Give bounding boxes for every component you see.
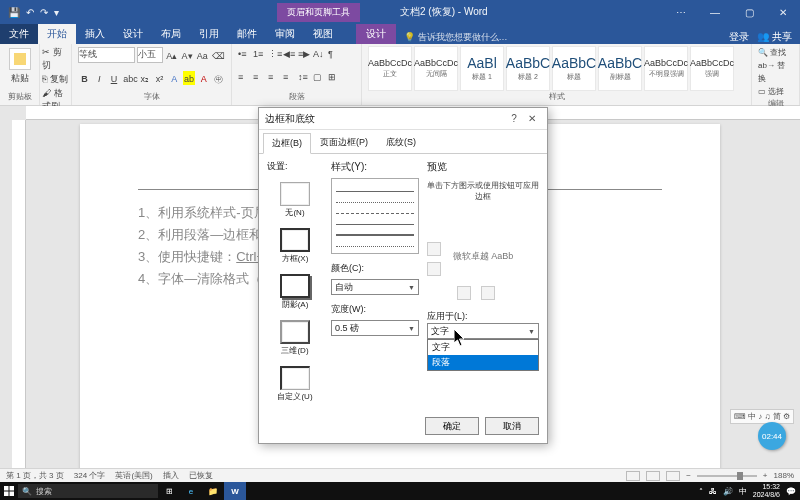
style-nospacing[interactable]: AaBbCcDc无间隔 [414,46,458,91]
select-button[interactable]: ▭ 选择 [758,85,793,98]
font-name-combo[interactable]: 等线 [78,47,135,63]
tab-view[interactable]: 视图 [304,24,342,44]
subscript-icon[interactable]: x₂ [138,71,151,85]
find-button[interactable]: 🔍 查找 [758,46,793,59]
style-emphasis[interactable]: AaBbCcDc强调 [690,46,734,91]
italic-icon[interactable]: I [93,71,106,85]
multilevel-icon[interactable]: ⋮≡ [268,49,280,61]
qat-more-icon[interactable]: ▾ [54,7,59,18]
volume-icon[interactable]: 🔊 [723,487,733,496]
tab-file[interactable]: 文件 [0,24,38,44]
增加-indent-icon[interactable]: ≡▶ [298,49,310,61]
signin-link[interactable]: 登录 [729,30,749,44]
tab-insert[interactable]: 插入 [76,24,114,44]
superscript-icon[interactable]: x² [153,71,166,85]
word-taskbar-icon[interactable]: W [224,482,246,500]
align-center-icon[interactable]: ≡ [253,72,265,84]
styles-gallery[interactable]: AaBbCcDc正文 AaBbCcDc无间隔 AaBl标题 1 AaBbC标题 … [368,46,745,91]
cancel-button[interactable]: 取消 [485,417,539,435]
style-heading1[interactable]: AaBl标题 1 [460,46,504,91]
border-style-list[interactable] [331,178,419,254]
zoom-slider[interactable] [697,475,757,477]
tab-references[interactable]: 引用 [190,24,228,44]
task-view-icon[interactable]: ⊞ [158,482,180,500]
ime-floating-bar[interactable]: ⌨ 中 ♪ ♫ 简 ⚙ [730,409,794,424]
replace-button[interactable]: ab→ 替换 [758,59,793,85]
shading-icon[interactable]: ▢ [313,72,325,84]
numbering-icon[interactable]: 1≡ [253,49,265,61]
underline-icon[interactable]: U [108,71,121,85]
dialog-titlebar[interactable]: 边框和底纹 ? ✕ [259,108,547,130]
style-title[interactable]: AaBbC标题 [552,46,596,91]
ok-button[interactable]: 确定 [425,417,479,435]
web-layout-icon[interactable] [666,471,680,481]
setting-none[interactable]: 无(N) [267,179,323,221]
style-normal[interactable]: AaBbCcDc正文 [368,46,412,91]
strikethrough-icon[interactable]: abc [122,71,136,85]
preview-right-button[interactable] [481,286,495,300]
taskbar-clock[interactable]: 15:32 2024/8/6 [753,483,780,499]
preview-left-button[interactable] [457,286,471,300]
explorer-icon[interactable]: 📁 [202,482,224,500]
preview-box[interactable]: 微软卓越 AaBb [427,212,539,300]
setting-shadow[interactable]: 阴影(A) [267,271,323,313]
setting-box[interactable]: 方框(X) [267,225,323,267]
vertical-ruler[interactable] [12,120,26,468]
preview-top-button[interactable] [427,242,441,256]
minimize-icon[interactable]: — [698,7,732,18]
sort-icon[interactable]: A↓ [313,49,325,61]
align-left-icon[interactable]: ≡ [238,72,250,84]
bullets-icon[interactable]: •≡ [238,49,250,61]
setting-custom[interactable]: 自定义(U) [267,363,323,405]
decrease-indent-icon[interactable]: ◀≡ [283,49,295,61]
undo-icon[interactable]: ↶ [26,7,34,18]
style-subtitle[interactable]: AaBbC副标题 [598,46,642,91]
clear-format-icon[interactable]: ⌫ [211,48,225,62]
justify-icon[interactable]: ≡ [283,72,295,84]
edge-icon[interactable]: e [180,482,202,500]
highlight-icon[interactable]: ab [183,71,196,85]
ime-indicator[interactable]: 中 [739,486,747,497]
show-marks-icon[interactable]: ¶ [328,49,340,61]
apply-option-text[interactable]: 文字 [428,340,538,355]
maximize-icon[interactable]: ▢ [732,7,766,18]
share-button[interactable]: 👥 共享 [757,30,792,44]
print-layout-icon[interactable] [646,471,660,481]
dialog-help-icon[interactable]: ? [505,113,523,124]
ribbon-options-icon[interactable]: ⋯ [664,7,698,18]
tab-home[interactable]: 开始 [38,24,76,44]
network-icon[interactable]: 🖧 [709,487,717,496]
paste-button[interactable]: 粘贴 [6,46,33,85]
zoom-out-icon[interactable]: − [686,471,691,480]
tab-review[interactable]: 审阅 [266,24,304,44]
page-count[interactable]: 第 1 页，共 3 页 [6,470,64,481]
tab-mailings[interactable]: 邮件 [228,24,266,44]
align-right-icon[interactable]: ≡ [268,72,280,84]
close-icon[interactable]: ✕ [766,7,800,18]
apply-to-combo[interactable]: 文字▼ [427,323,539,339]
dialog-tab-border[interactable]: 边框(B) [263,133,311,154]
dialog-tab-shading[interactable]: 底纹(S) [377,132,425,153]
tab-design[interactable]: 设计 [114,24,152,44]
taskbar-search[interactable]: 🔍 搜索 [18,484,158,498]
zoom-level[interactable]: 188% [774,471,794,480]
tab-layout[interactable]: 布局 [152,24,190,44]
width-combo[interactable]: 0.5 磅▼ [331,320,419,336]
font-color-icon[interactable]: A [197,71,210,85]
word-count[interactable]: 324 个字 [74,470,106,481]
dialog-close-icon[interactable]: ✕ [523,113,541,124]
recovered-indicator[interactable]: 已恢复 [189,470,213,481]
start-button[interactable] [0,482,18,500]
dialog-tab-page-border[interactable]: 页面边框(P) [311,132,377,153]
copy-button[interactable]: ⎘ 复制 [42,73,69,86]
notification-icon[interactable]: 💬 [786,487,796,496]
setting-3d[interactable]: 三维(D) [267,317,323,359]
phonetic-icon[interactable]: ㊥ [212,71,225,85]
style-subtle[interactable]: AaBbCcDc不明显强调 [644,46,688,91]
preview-bottom-button[interactable] [427,262,441,276]
insert-mode[interactable]: 插入 [163,470,179,481]
color-combo[interactable]: 自动▼ [331,279,419,295]
line-spacing-icon[interactable]: ↕≡ [298,72,310,84]
bold-icon[interactable]: B [78,71,91,85]
text-effect-icon[interactable]: A [168,71,181,85]
